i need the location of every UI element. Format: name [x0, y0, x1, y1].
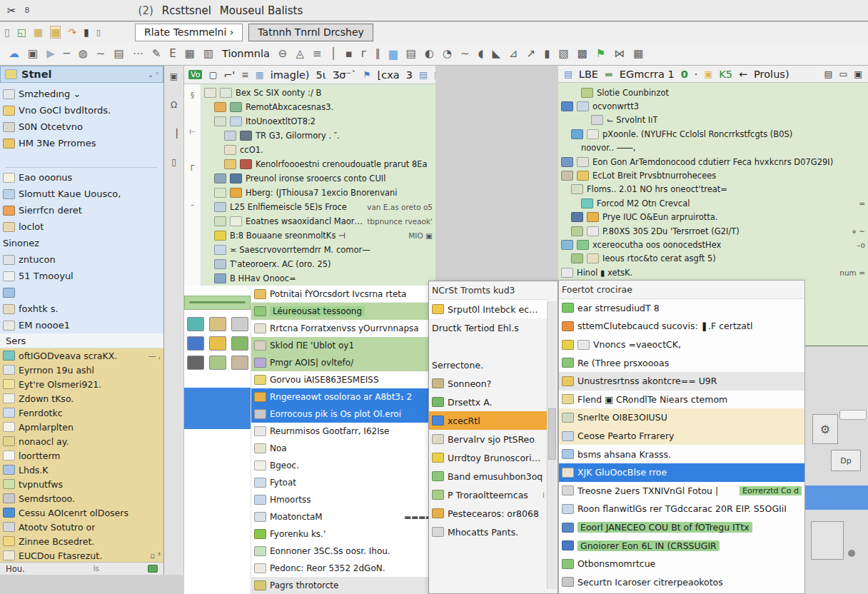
tab-tatnnh[interactable]: Tatnnh Tnrnl Drcshey: [248, 24, 373, 41]
tool-icon[interactable]: ⌐': [223, 69, 235, 81]
tool-icon[interactable]: 5ι: [316, 69, 326, 81]
list-item[interactable]: Urrdtoy Brunoscorings: [429, 448, 547, 467]
list-item[interactable]: Snerlte OI8E3OIUSU: [559, 408, 804, 427]
win-c-icon[interactable]: ▣: [854, 69, 862, 79]
list-item[interactable]: oftIGODveava scraKX. — ,: [0, 348, 163, 363]
scissors-icon[interactable]: ✂: [7, 4, 16, 17]
list-item[interactable]: Preunol ironse srooercs conto CUIl: [201, 171, 435, 186]
list-item[interactable]: XJK GluOocBlse rroe: [559, 463, 804, 482]
list-item[interactable]: Flend ▣ CRondlTe Niears ctemom: [559, 391, 804, 409]
pencil-icon[interactable]: ✎: [152, 47, 161, 60]
grid-icon[interactable]: ▤: [406, 47, 416, 60]
list-item[interactable]: pXoonle. (NYUFHc Cclolsl Roncrrkstfcgts …: [558, 127, 868, 141]
list-item[interactable]: ear strresudiudT 8: [559, 299, 804, 318]
pie-icon[interactable]: ◖: [478, 47, 484, 60]
list-item[interactable]: EUCDou Ftasrezut. ▫ ³: [0, 548, 163, 563]
sidebar-header[interactable]: Stnel ⌄ ᵓ: [0, 66, 163, 83]
list-item[interactable]: Roon flanwitlGs rer TGdccarac 20R EIP. S…: [559, 500, 804, 518]
undo-arrow-icon[interactable]: ↷: [68, 26, 76, 38]
bell-icon[interactable]: ◍: [79, 47, 88, 60]
menu-item-1[interactable]: Rcsttsnel: [162, 4, 211, 17]
list-item[interactable]: Fytoat: [251, 474, 435, 491]
table-icon[interactable]: ▦: [185, 47, 195, 60]
bowl-leaf-icon[interactable]: [209, 356, 226, 370]
bookmark-icon[interactable]: ▮: [544, 47, 550, 60]
pipes-icon[interactable]: ∥: [375, 47, 381, 60]
grid-blue-icon[interactable]: ▤: [419, 69, 428, 80]
list-item[interactable]: nonaocl ay.: [0, 434, 163, 448]
wave-icon[interactable]: ∼: [460, 47, 470, 60]
wedge-icon[interactable]: ◬: [296, 47, 304, 60]
table2-icon[interactable]: ▩: [577, 47, 587, 60]
clip-green-icon[interactable]: [231, 336, 248, 351]
tool-icon[interactable]: ⌊cxa: [378, 69, 400, 81]
mini-scroll-icon[interactable]: ▕: [171, 129, 177, 139]
join-icon[interactable]: ⋈: [614, 47, 625, 60]
list-item[interactable]: [429, 337, 547, 356]
g3-icon[interactable]: Γ: [191, 164, 195, 172]
list-item[interactable]: Eon Gon ArTemdonocood cdutierr Feca hvxk…: [558, 155, 868, 168]
list-item[interactable]: Unustresrtnss akontcre== U9R: [559, 372, 804, 391]
folder-tan-icon[interactable]: [209, 317, 226, 331]
list-item[interactable]: Kenolrfoooestni crenoudouatle prarut 8Ea: [201, 157, 435, 171]
list-item[interactable]: Fenrdotkc: [0, 406, 163, 420]
mini-omega-icon[interactable]: Ω: [171, 100, 177, 110]
list2-icon[interactable]: ▥: [203, 47, 213, 60]
list-item[interactable]: Rngereaowt osolorao ar A8bt3₁ 2: [251, 388, 435, 406]
list-item[interactable]: Fyorenku ks.': [251, 525, 435, 543]
list-item[interactable]: Zinnee Bcsedret.: [0, 534, 163, 548]
minus-icon[interactable]: ─: [64, 47, 70, 60]
lamp-dark-icon[interactable]: [187, 356, 204, 370]
book2-icon[interactable]: ▯: [96, 28, 101, 37]
play-icon[interactable]: ▶: [46, 47, 55, 60]
tab-plate-terminal[interactable]: Rlate Tesmmelni ›: [135, 24, 243, 41]
tool-icon[interactable]: K5: [719, 69, 732, 80]
letter-r-icon[interactable]: г: [361, 47, 367, 60]
win-a-icon[interactable]: ▤: [824, 69, 833, 79]
list-item[interactable]: Pagrs throtorcte: [251, 577, 435, 594]
list-item[interactable]: bsms ahsana Krasss.: [559, 445, 804, 463]
list-item[interactable]: Apmlarplten: [0, 420, 163, 434]
list-item[interactable]: Floms.. 2.01 NO hrs oneoct'treat=: [558, 183, 868, 196]
list-item[interactable]: loclot: [0, 218, 163, 235]
list-item[interactable]: B:8 Bouaane sreonmoltKs ⊣ MIO ▣: [201, 228, 435, 243]
flag-icon[interactable]: ⚑: [596, 47, 605, 60]
list-item[interactable]: Zdown tKso.: [0, 391, 163, 406]
list-item[interactable]: [0, 284, 163, 301]
tool-icon[interactable]: Prolus): [754, 69, 789, 80]
list-item[interactable]: Ceose Pearto Frrarery: [559, 427, 804, 446]
bars-icon[interactable]: ≡: [241, 69, 248, 80]
sheet-selected-icon[interactable]: ▦: [50, 26, 61, 39]
list-item[interactable]: Atootv Sotutro or: [0, 520, 163, 534]
list-item[interactable]: 51 Tmooyul: [0, 268, 163, 284]
bar-icon[interactable]: │: [330, 47, 337, 60]
box-yellow-icon[interactable]: ▣: [704, 69, 712, 79]
list-item[interactable]: P Troraoltteerncas ⁞: [429, 485, 547, 504]
half-circle-icon[interactable]: ◐: [425, 47, 434, 60]
tool-icon[interactable]: Vo: [188, 70, 202, 79]
monitor-blue-icon[interactable]: [187, 336, 204, 351]
win-icon[interactable]: ▢: [208, 69, 217, 80]
tool-icon[interactable]: Ʒσ⁻`: [333, 69, 357, 81]
list-item[interactable]: Eyt're Olsmeri921.: [0, 377, 163, 391]
list-item[interactable]: Prye IUC O&Eun arpruirotta.: [558, 211, 868, 224]
block-icon[interactable]: ▪: [345, 47, 353, 60]
list-item[interactable]: MoatonctaM ▬▬▬▬: [251, 508, 435, 525]
list-item[interactable]: Srput0l Intebck ecmon»: [429, 300, 547, 318]
list-item[interactable]: Gnoiorer Eon 6L IN (CRSSUGIR: [559, 536, 804, 555]
list-item[interactable]: Pmgr AOIS| ovltefo/: [251, 354, 435, 371]
list-item[interactable]: ocvonwrtt3: [558, 99, 868, 113]
list-item[interactable]: Reurnmisos Gootfarr, I62Ise: [251, 423, 435, 440]
box-gray-icon[interactable]: [231, 317, 248, 331]
list-item[interactable]: Serrectone.: [429, 356, 547, 374]
list-item[interactable]: Eyrrnon 19u ashl: [0, 363, 163, 377]
list-item[interactable]: Forcod M2 Otn Crevcal =: [558, 196, 868, 210]
list-item[interactable]: Rrtcna Forratxenvss yOurrvnnapsa: [251, 320, 435, 337]
g4-icon[interactable]: –: [191, 201, 194, 208]
list-item[interactable]: Drsettx A.: [429, 393, 547, 411]
list-item[interactable]: Noa: [251, 440, 435, 457]
list-item[interactable]: Eorrocous pik is Os plot Ol.eroi: [251, 406, 435, 423]
rs-box-icon[interactable]: ▧: [558, 47, 568, 60]
list-item[interactable]: EM noooe1: [0, 317, 163, 333]
list-item[interactable]: tvpnutfws: [0, 477, 163, 491]
